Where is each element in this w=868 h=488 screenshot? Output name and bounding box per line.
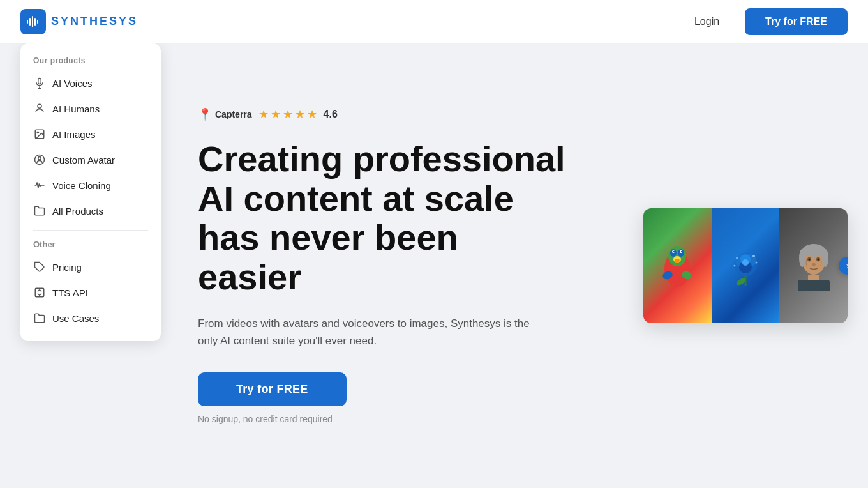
hero-headline: Creating professional AI content at scal… <box>198 139 632 296</box>
svg-rect-49 <box>798 280 830 291</box>
gallery-image-rose <box>712 208 780 323</box>
pricing-label: Pricing <box>52 262 82 273</box>
use-cases-folder-icon <box>33 312 46 324</box>
logo-link[interactable]: SYNTHESYS <box>20 9 138 34</box>
star-2: ★ <box>271 107 281 121</box>
headline-line3: has never been <box>198 217 458 257</box>
svg-point-33 <box>752 255 755 257</box>
use-cases-label: Use Cases <box>52 313 99 324</box>
svg-rect-5 <box>38 79 41 84</box>
logo-waveform-icon <box>26 14 41 29</box>
svg-point-23 <box>681 251 682 252</box>
star-3: ★ <box>283 107 293 121</box>
svg-rect-2 <box>32 16 33 27</box>
all-products-label: All Products <box>52 206 103 217</box>
svg-point-34 <box>756 262 758 264</box>
svg-point-45 <box>808 259 810 261</box>
svg-point-47 <box>812 263 816 266</box>
svg-rect-1 <box>29 18 31 26</box>
gallery-image-woman <box>779 208 848 323</box>
svg-rect-4 <box>37 20 38 24</box>
sidebar-item-voice-cloning[interactable]: Voice Cloning <box>20 172 161 198</box>
capterra-logo: 📍 Capterra <box>198 107 252 121</box>
try-free-nav-button[interactable]: Try for FREE <box>745 8 848 35</box>
sidebar-item-custom-avatar[interactable]: Custom Avatar <box>20 147 161 172</box>
nav-actions: Login Try for FREE <box>677 8 848 35</box>
logo-text: SYNTHESYS <box>51 15 138 28</box>
navbar: SYNTHESYS Login Try for FREE <box>0 0 868 43</box>
other-section-label: Other <box>20 237 161 254</box>
svg-rect-0 <box>27 20 28 24</box>
capterra-flag-icon: 📍 <box>198 107 212 121</box>
star-4: ★ <box>295 107 305 121</box>
logo-icon <box>20 9 46 34</box>
ai-images-label: AI Images <box>52 129 96 140</box>
sidebar-item-ai-images[interactable]: AI Images <box>20 121 161 147</box>
sidebar-item-use-cases[interactable]: Use Cases <box>20 305 161 331</box>
sidebar-item-ai-humans[interactable]: AI Humans <box>20 96 161 121</box>
capterra-badge: 📍 Capterra ★ ★ ★ ★ ★ 4.6 <box>198 107 837 121</box>
hero-section: 📍 Capterra ★ ★ ★ ★ ★ 4.6 Creating profes… <box>172 43 868 488</box>
svg-point-32 <box>742 259 749 266</box>
star-rating: ★ ★ ★ ★ ★ <box>258 107 317 121</box>
rating-number: 4.6 <box>324 109 338 120</box>
svg-point-12 <box>38 157 41 160</box>
no-signup-text: No signup, no credit card required <box>198 414 333 424</box>
headline-line4: easier <box>198 257 301 297</box>
menu-divider <box>33 230 148 231</box>
custom-avatar-label: Custom Avatar <box>52 155 115 165</box>
dropdown-menu: Our products AI Voices AI Humans <box>20 43 161 341</box>
svg-point-40 <box>802 244 825 257</box>
folder-icon <box>33 204 46 217</box>
ai-voices-label: AI Voices <box>52 78 93 89</box>
svg-point-42 <box>822 249 828 267</box>
svg-point-22 <box>673 251 675 252</box>
mic-icon <box>33 77 46 89</box>
tag-icon <box>33 261 46 273</box>
gallery-image-parrot <box>643 208 712 323</box>
svg-point-46 <box>817 259 819 261</box>
svg-rect-3 <box>34 18 36 26</box>
image-icon <box>33 128 46 141</box>
products-section-label: Our products <box>20 56 161 70</box>
code-icon <box>33 286 46 299</box>
svg-point-41 <box>799 249 805 267</box>
headline-line1: Creating professional <box>198 139 565 179</box>
svg-point-10 <box>37 132 38 133</box>
person-icon <box>33 102 46 115</box>
person-circle-icon <box>33 153 46 166</box>
capterra-text: Capterra <box>215 109 252 119</box>
svg-point-35 <box>736 257 738 259</box>
star-1: ★ <box>258 107 269 121</box>
svg-point-8 <box>38 104 41 108</box>
try-free-hero-button[interactable]: Try for FREE <box>198 372 347 406</box>
sidebar-item-all-products[interactable]: All Products <box>20 198 161 224</box>
sidebar-item-pricing[interactable]: Pricing <box>20 254 161 280</box>
waveform-icon <box>33 179 46 192</box>
cta-group: Try for FREE No signup, no credit card r… <box>198 372 837 424</box>
ai-humans-label: AI Humans <box>52 103 100 114</box>
svg-point-24 <box>675 259 680 263</box>
headline-line2: AI content at scale <box>198 178 514 218</box>
hero-subtext: From videos with avatars and voiceovers … <box>198 315 542 349</box>
svg-point-36 <box>734 265 736 267</box>
sidebar-item-tts-api[interactable]: TTS API <box>20 280 161 305</box>
star-5: ★ <box>307 107 317 121</box>
voice-cloning-label: Voice Cloning <box>52 180 111 191</box>
hero-gallery: › <box>643 208 848 323</box>
login-button[interactable]: Login <box>677 10 737 34</box>
sidebar-item-ai-voices[interactable]: AI Voices <box>20 70 161 96</box>
tts-api-label: TTS API <box>52 287 88 298</box>
